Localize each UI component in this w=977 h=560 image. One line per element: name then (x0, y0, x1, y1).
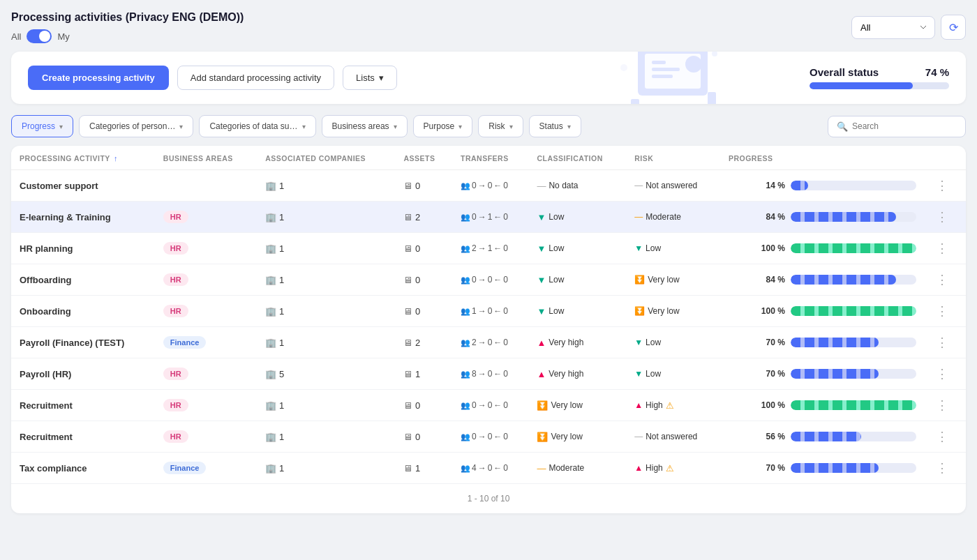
search-input[interactable] (852, 121, 957, 131)
filter-categories-person-label: Categories of person… (89, 121, 175, 131)
risk-cell: ▼ Low (626, 327, 720, 358)
more-options-cell[interactable]: ⋮ (925, 453, 966, 484)
all-my-toggle[interactable] (27, 29, 52, 43)
more-options-button[interactable]: ⋮ (933, 303, 951, 319)
progress-pct: 84 % (760, 212, 785, 222)
more-options-cell[interactable]: ⋮ (925, 358, 966, 390)
processing-activities-table: PROCESSING ACTIVITY ↑ BUSINESS AREAS ASS… (11, 146, 966, 513)
associated-companies-cell: 🏢 1 (257, 170, 395, 202)
transfers-cell: 👥 0 → 0 ← 0 (452, 264, 528, 296)
activity-name[interactable]: Recruitment (11, 390, 155, 421)
table-row: Payroll (Finance) (TEST) Finance 🏢 1 🖥 2… (11, 327, 966, 358)
business-areas-cell: HR (155, 296, 257, 327)
assets-cell: 🖥 2 (395, 327, 452, 358)
filter-status[interactable]: Status ▾ (529, 115, 581, 137)
col-business-areas: BUSINESS AREAS (155, 146, 257, 170)
activity-name[interactable]: Payroll (Finance) (TEST) (11, 327, 155, 358)
associated-companies-cell: 🏢 1 (257, 202, 395, 233)
view-select[interactable]: All My (851, 16, 935, 39)
refresh-button[interactable]: ⟳ (941, 15, 966, 40)
assets-cell: 🖥 1 (395, 453, 452, 484)
col-assets: ASSETS (395, 146, 452, 170)
more-options-button[interactable]: ⋮ (933, 209, 951, 225)
business-area-tag: Finance (163, 462, 207, 474)
classification-cell: ▼ Low (528, 233, 626, 264)
classification-cell: ⏬ Very low (528, 390, 626, 421)
filter-purpose-label: Purpose (424, 121, 455, 131)
business-area-tag: HR (163, 399, 188, 411)
progress-bar (791, 212, 916, 222)
more-options-cell[interactable]: ⋮ (925, 327, 966, 358)
more-options-cell[interactable]: ⋮ (925, 170, 966, 202)
more-options-button[interactable]: ⋮ (933, 335, 951, 350)
filter-business-areas[interactable]: Business areas ▾ (322, 115, 408, 137)
search-box[interactable]: 🔍 (828, 116, 966, 137)
assets-cell: 🖥 0 (395, 233, 452, 264)
associated-companies-cell: 🏢 1 (257, 233, 395, 264)
more-options-button[interactable]: ⋮ (933, 429, 951, 444)
search-icon: 🔍 (837, 121, 848, 132)
progress-cell: 100 % (720, 390, 925, 421)
more-options-cell[interactable]: ⋮ (925, 233, 966, 264)
activity-name[interactable]: Onboarding (11, 296, 155, 327)
activity-name[interactable]: Offboarding (11, 264, 155, 296)
table-row: HR planning HR 🏢 1 🖥 0 👥 2 → 1 ← 0 ▼ Low (11, 233, 966, 264)
chevron-down-icon: ▾ (509, 123, 513, 130)
filter-business-areas-label: Business areas (332, 121, 389, 131)
associated-companies-cell: 🏢 1 (257, 390, 395, 421)
activity-name[interactable]: Payroll (HR) (11, 358, 155, 390)
more-options-cell[interactable]: ⋮ (925, 202, 966, 233)
activity-name[interactable]: HR planning (11, 233, 155, 264)
lists-button[interactable]: Lists ▾ (343, 66, 397, 90)
associated-companies-cell: 🏢 5 (257, 358, 395, 390)
more-options-button[interactable]: ⋮ (933, 178, 951, 193)
more-options-cell[interactable]: ⋮ (925, 264, 966, 296)
progress-pct: 70 % (760, 369, 785, 379)
progress-pct: 70 % (760, 463, 785, 473)
associated-companies-cell: 🏢 1 (257, 296, 395, 327)
risk-cell: ▲ High ⚠ (626, 390, 720, 421)
progress-cell: 56 % (720, 421, 925, 453)
classification-cell: — Moderate (528, 453, 626, 484)
table-row: Tax compliance Finance 🏢 1 🖥 1 👥 4 → 0 ←… (11, 453, 966, 484)
more-options-cell[interactable]: ⋮ (925, 421, 966, 453)
filter-purpose[interactable]: Purpose ▾ (413, 115, 473, 137)
progress-cell: 70 % (720, 453, 925, 484)
activity-name[interactable]: E-learning & Training (11, 202, 155, 233)
progress-pct: 100 % (760, 400, 785, 410)
more-options-button[interactable]: ⋮ (933, 460, 951, 476)
col-classification: CLASSIFICATION (528, 146, 626, 170)
add-standard-processing-activity-button[interactable]: Add standard processing activity (177, 66, 334, 90)
risk-cell: — Moderate (626, 202, 720, 233)
more-options-cell[interactable]: ⋮ (925, 296, 966, 327)
more-options-button[interactable]: ⋮ (933, 366, 951, 381)
more-options-button[interactable]: ⋮ (933, 272, 951, 287)
more-options-button[interactable]: ⋮ (933, 398, 951, 413)
business-areas-cell: Finance (155, 453, 257, 484)
activity-name[interactable]: Recruitment (11, 421, 155, 453)
progress-bar (791, 338, 916, 347)
filter-categories-person[interactable]: Categories of person… ▾ (79, 115, 193, 137)
create-processing-activity-button[interactable]: Create processing activity (28, 66, 169, 90)
risk-cell: — Not answered (626, 421, 720, 453)
progress-pct: 100 % (760, 243, 785, 253)
more-options-cell[interactable]: ⋮ (925, 390, 966, 421)
classification-cell: ⏬ Very low (528, 421, 626, 453)
toggle-all-label: All (11, 31, 21, 42)
more-options-button[interactable]: ⋮ (933, 241, 951, 256)
business-areas-cell: HR (155, 233, 257, 264)
assets-cell: 🖥 0 (395, 264, 452, 296)
progress-bar (791, 400, 916, 410)
overall-status-bar (810, 82, 949, 89)
table-row: E-learning & Training HR 🏢 1 🖥 2 👥 0 → 1… (11, 202, 966, 233)
progress-bar (791, 275, 916, 285)
assets-cell: 🖥 2 (395, 202, 452, 233)
filter-progress[interactable]: Progress ▾ (11, 115, 73, 137)
col-risk: RISK (626, 146, 720, 170)
activity-name[interactable]: Customer support (11, 170, 155, 202)
filter-categories-data[interactable]: Categories of data su… ▾ (199, 115, 315, 137)
table-row: Payroll (HR) HR 🏢 5 🖥 1 👥 8 → 0 ← 0 ▲ Ve… (11, 358, 966, 390)
activity-name[interactable]: Tax compliance (11, 453, 155, 484)
transfers-cell: 👥 0 → 0 ← 0 (452, 390, 528, 421)
filter-risk[interactable]: Risk ▾ (478, 115, 523, 137)
